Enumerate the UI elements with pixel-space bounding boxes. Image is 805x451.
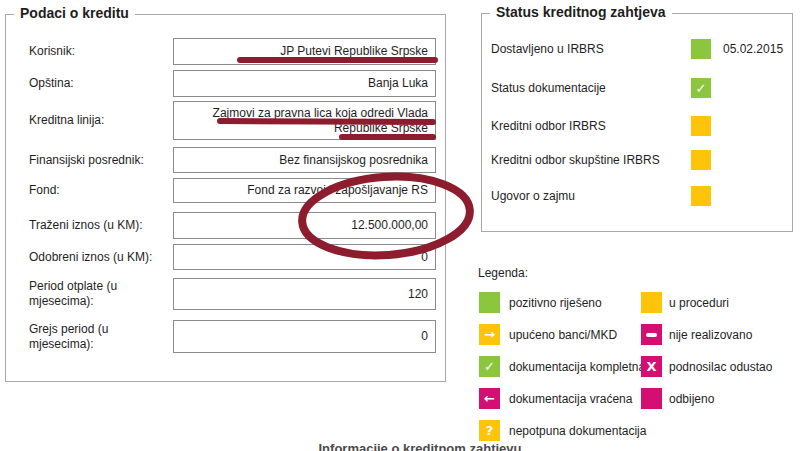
legend-label: podnosilac odustao (669, 356, 772, 377)
status-indicator-square (691, 116, 711, 136)
footer-caption: Informacije o kreditnom zahtjevu (250, 441, 590, 451)
arrow-left-icon: ← (484, 392, 495, 405)
legend-label: pozitivno riješeno (509, 292, 602, 313)
field-value-box[interactable]: Bez finansijskog posrednika (173, 147, 436, 173)
legend-square: X (641, 356, 662, 377)
field-label: Traženi iznos (u KM): (29, 212, 173, 239)
status-row-label: Kreditni odbor skupštine IRBRS (491, 150, 660, 170)
arrow-right-icon: → (484, 328, 495, 341)
status-panel: Status kreditnog zahtjeva Dostavljeno u … (481, 13, 793, 232)
credit-panel-title: Podaci o kreditu (14, 5, 135, 21)
status-indicator-square (691, 186, 711, 206)
status-row-label: Dostavljeno u IRBRS (491, 39, 604, 59)
check-icon: ✓ (484, 360, 495, 373)
field-label: Fond: (29, 178, 173, 203)
field-label: Grejs period (u mjesecima): (29, 320, 173, 353)
status-row-label: Ugovor o zajmu (491, 186, 575, 206)
question-icon: ? (486, 424, 494, 437)
status-date: 05.02.2015 (723, 39, 783, 59)
status-row-label: Kreditni odbor IRBRS (491, 116, 606, 136)
status-row-label: Status dokumentacije (491, 78, 606, 98)
field-value-box[interactable]: Zajmovi za pravna lica koja odredi Vlada… (173, 101, 436, 140)
field-label: Opština: (29, 70, 173, 97)
status-indicator-square (691, 150, 711, 170)
field-value-box[interactable]: 120 (173, 278, 436, 310)
legend-title: Legenda: (478, 266, 528, 280)
field-label: Kreditna linija: (29, 101, 173, 140)
legend-label: dokumentacija vraćena (509, 388, 632, 409)
field-label: Period otplate (u mjesecima): (29, 278, 173, 310)
legend-label: nije realizovano (669, 324, 752, 345)
field-value-box[interactable]: JP Putevi Republike Srpske (173, 38, 436, 65)
check-icon: ✓ (696, 82, 707, 95)
x-icon: X (646, 360, 656, 373)
status-indicator-square: ✓ (691, 78, 711, 98)
status-indicator-square (691, 39, 711, 59)
field-value-box[interactable]: Fond za razvoj i zapošljavanje RS (173, 178, 436, 203)
legend-square (641, 324, 662, 345)
credit-request-page: Podaci o kreditu Korisnik:JP Putevi Repu… (0, 0, 805, 451)
field-label: Odobreni iznos (u KM): (29, 244, 173, 270)
legend-label: upućeno banci/MKD (509, 324, 617, 345)
legend-square (641, 292, 662, 313)
field-value-box[interactable]: 0 (173, 244, 436, 270)
minus-icon (646, 333, 657, 337)
legend-square: ✓ (479, 356, 500, 377)
legend-label: dokumentacija kompletna (509, 356, 645, 377)
legend-square: → (479, 324, 500, 345)
field-value-box[interactable]: 12.500.000,00 (173, 212, 436, 239)
legend-label: u proceduri (669, 292, 729, 313)
legend-square (479, 292, 500, 313)
legend-square: ← (479, 388, 500, 409)
field-value-box[interactable]: 0 (173, 320, 436, 353)
legend-square (641, 388, 662, 409)
field-label: Finansijski posrednik: (29, 147, 173, 173)
status-panel-title: Status kreditnog zahtjeva (490, 4, 672, 20)
field-value-box[interactable]: Banja Luka (173, 70, 436, 97)
credit-data-panel: Podaci o kreditu Korisnik:JP Putevi Repu… (5, 14, 446, 382)
legend-label: odbijeno (669, 388, 714, 409)
legend-square: ? (479, 420, 500, 441)
legend-label: nepotpuna dokumentacija (509, 420, 646, 441)
field-label: Korisnik: (29, 38, 173, 65)
